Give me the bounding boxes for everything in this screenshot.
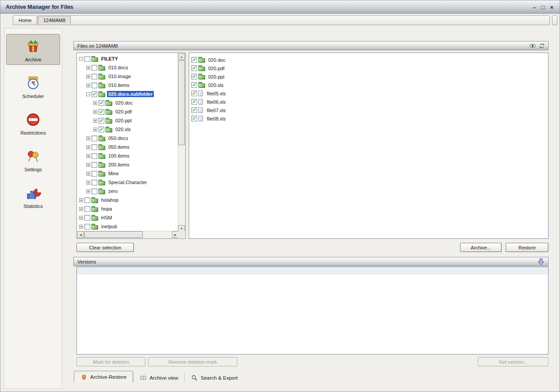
tree-item[interactable]: +Mine <box>78 169 178 178</box>
checkbox[interactable]: ✓ <box>99 109 104 115</box>
checkbox[interactable]: ✓ <box>191 57 197 63</box>
list-item[interactable]: ✓file07.xls <box>191 106 548 114</box>
checkbox[interactable] <box>84 197 90 203</box>
tree-item[interactable]: +zero <box>78 187 178 196</box>
tree-item[interactable]: +✓020.doc <box>78 98 178 107</box>
tree-item[interactable]: +050.docs <box>78 134 178 143</box>
checkbox[interactable] <box>91 188 97 194</box>
tree-item[interactable]: +✓020.pdf <box>78 107 178 116</box>
sidebar-item-settings[interactable]: Settings <box>6 144 60 175</box>
checkbox[interactable]: ✓ <box>191 74 197 79</box>
checkbox[interactable] <box>91 136 97 141</box>
sidebar-item-scheduler[interactable]: 24 Scheduler <box>6 71 60 102</box>
tree-item[interactable]: +hopa <box>78 204 178 213</box>
vertical-scrollbar-thumb[interactable] <box>178 60 185 145</box>
checkbox[interactable]: ✓ <box>191 116 197 121</box>
tab-archive-view[interactable]: Archive view <box>133 373 184 383</box>
scroll-up-icon[interactable]: ▲ <box>178 53 185 60</box>
checkbox[interactable]: ✓ <box>191 65 197 71</box>
expand-icon[interactable]: + <box>86 181 90 185</box>
view-icon[interactable] <box>529 42 536 49</box>
scroll-left-icon[interactable]: ◀ <box>77 231 84 238</box>
tree-item[interactable]: +200.items <box>78 160 178 169</box>
list-item[interactable]: ✓020.xls <box>191 81 548 89</box>
list-item[interactable]: ✓020.pdf <box>191 64 548 72</box>
tab-search-export[interactable]: Search & Export <box>184 373 244 383</box>
tab-archive-restore[interactable]: Archive-Restore <box>74 371 133 383</box>
expand-icon[interactable]: + <box>86 136 90 140</box>
expand-icon[interactable]: + <box>86 75 90 79</box>
tree-item[interactable]: +050.items <box>78 143 178 151</box>
list-item[interactable]: ✓020.doc <box>191 56 548 64</box>
remove-deletion-mark-button[interactable]: Remove deletion mark <box>148 357 237 366</box>
collapse-icon[interactable]: - <box>79 57 83 61</box>
checkbox[interactable] <box>84 206 90 212</box>
get-version-button[interactable]: Get version... <box>478 357 549 366</box>
checkbox[interactable] <box>91 65 97 71</box>
list-item[interactable]: ✓file08.xls <box>191 114 548 123</box>
expand-icon[interactable]: + <box>79 216 83 220</box>
clear-selection-button[interactable]: Clear selection <box>76 243 134 252</box>
tab-124mam8[interactable]: 124MAM8 <box>38 15 71 25</box>
sidebar-item-archive[interactable]: Archive <box>6 34 60 65</box>
refresh-icon[interactable] <box>538 42 545 49</box>
get-version-arrow-icon[interactable] <box>537 258 545 265</box>
checkbox[interactable]: ✓ <box>91 91 97 97</box>
tree-horizontal-scrollbar[interactable]: ◀ ▶ <box>77 231 179 238</box>
tree-item[interactable]: -FILETY <box>78 54 178 63</box>
checkbox[interactable]: ✓ <box>99 127 104 132</box>
tree-item[interactable]: +✓020.xls <box>78 125 178 134</box>
close-icon[interactable]: × <box>550 4 553 10</box>
checkbox[interactable]: ✓ <box>191 107 197 113</box>
collapse-icon[interactable]: - <box>86 92 90 96</box>
restore-button[interactable]: Restore <box>506 243 549 252</box>
tree-item[interactable]: +Special.Character <box>78 178 178 187</box>
checkbox[interactable] <box>91 153 97 159</box>
list-item[interactable]: ✓file05.xls <box>191 89 548 98</box>
sidebar-item-restrictions[interactable]: Restrictions <box>6 107 60 138</box>
checkbox[interactable]: ✓ <box>191 99 197 105</box>
maximize-icon[interactable]: □ <box>541 4 545 10</box>
expand-icon[interactable]: + <box>93 101 97 105</box>
checkbox[interactable] <box>84 224 90 230</box>
expand-icon[interactable]: + <box>93 119 97 123</box>
sidebar-item-statistics[interactable]: Statistics <box>6 181 60 211</box>
tree-item[interactable]: +✓020.ppt <box>78 116 178 125</box>
tree-item[interactable]: +inetpub <box>78 222 178 231</box>
tree-item[interactable]: +010.items <box>78 81 178 90</box>
tree-item[interactable]: +HSM <box>78 213 178 222</box>
checkbox[interactable] <box>91 162 97 168</box>
checkbox[interactable]: ✓ <box>99 100 104 106</box>
checkbox[interactable] <box>84 215 90 221</box>
tree-item[interactable]: +010.image <box>78 72 178 81</box>
mark-for-deletion-button[interactable]: Mark for deletion <box>76 357 145 366</box>
expand-icon[interactable]: + <box>86 83 90 87</box>
tree-vertical-scrollbar[interactable]: ▲ ▼ <box>178 53 185 232</box>
expand-icon[interactable]: + <box>93 110 97 114</box>
expand-icon[interactable]: + <box>79 207 83 211</box>
archive-button[interactable]: Archive... <box>460 243 502 252</box>
checkbox[interactable]: ✓ <box>191 82 197 88</box>
checkbox[interactable] <box>84 56 90 62</box>
tab-home[interactable]: Home <box>13 15 37 25</box>
checkbox[interactable]: ✓ <box>99 118 104 124</box>
tree-item[interactable]: -✓020.docs.subfolder <box>78 90 178 98</box>
expand-icon[interactable]: + <box>86 163 90 167</box>
expand-icon[interactable]: + <box>86 154 90 158</box>
tree-item[interactable]: +010.docs <box>78 63 178 72</box>
horizontal-scrollbar-thumb[interactable] <box>84 231 143 238</box>
checkbox[interactable] <box>91 74 97 79</box>
checkbox[interactable] <box>91 83 97 88</box>
list-item[interactable]: ✓020.ppt <box>191 72 548 81</box>
expand-icon[interactable]: + <box>86 66 90 70</box>
expand-icon[interactable]: + <box>86 172 90 176</box>
tree-item[interactable]: +100.items <box>78 151 178 160</box>
expand-icon[interactable]: + <box>79 198 83 202</box>
minimize-icon[interactable]: – <box>533 4 536 10</box>
checkbox[interactable] <box>91 180 97 185</box>
expand-icon[interactable]: + <box>86 189 90 193</box>
checkbox[interactable]: ✓ <box>191 90 197 96</box>
expand-icon[interactable]: + <box>79 225 83 229</box>
tree-item[interactable]: +holahop <box>78 196 178 204</box>
list-item[interactable]: ✓file06.xls <box>191 98 548 106</box>
